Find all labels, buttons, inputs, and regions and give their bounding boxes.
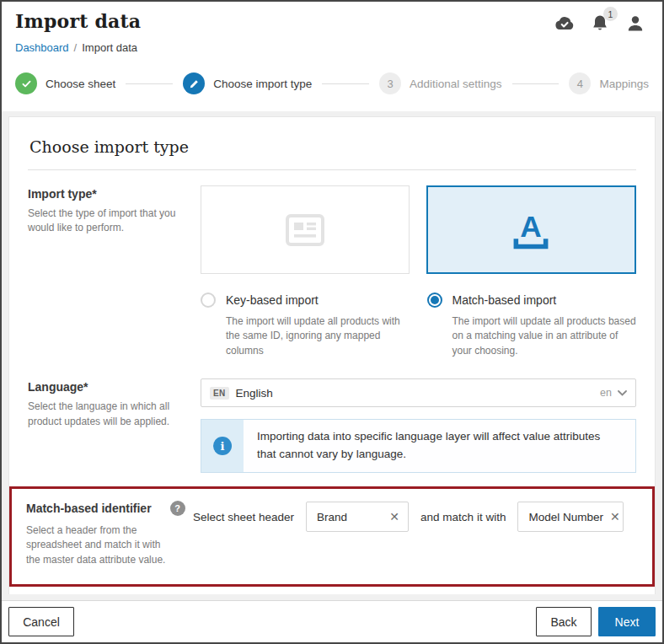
- step-choose-import-type[interactable]: Choose import type: [183, 72, 312, 94]
- key-based-import-option: Key-based import The import will update …: [201, 292, 410, 358]
- card-heading: Choose import type: [28, 132, 636, 170]
- page-title: Import data: [15, 10, 141, 32]
- import-type-row: Import type* Select the type of import t…: [28, 185, 636, 358]
- remove-attribute-icon[interactable]: ✕: [610, 511, 620, 523]
- choose-import-type-card: Choose import type Import type* Select t…: [8, 116, 656, 594]
- step-number: 3: [379, 72, 401, 94]
- import-data-page: Import data 1 Dashboard/Import data: [2, 2, 662, 642]
- import-type-description: Select the type of import that you would…: [28, 207, 179, 236]
- step-done-check-icon: [15, 72, 37, 94]
- match-based-identifier-section: Match-based identifier ? Select a header…: [9, 486, 655, 587]
- breadcrumb: Dashboard/Import data: [15, 41, 649, 54]
- next-button[interactable]: Next: [598, 607, 656, 636]
- attribute-value: Model Number: [528, 511, 603, 523]
- match-connector-label: and match it with: [420, 511, 506, 523]
- match-based-import-tile[interactable]: A: [426, 185, 637, 274]
- key-based-import-radio[interactable]: [201, 292, 216, 308]
- key-based-import-description: The import will update all products with…: [226, 314, 410, 358]
- help-icon[interactable]: ?: [170, 501, 185, 516]
- step-label: Mappings: [599, 78, 649, 90]
- language-label: Language*: [28, 380, 201, 394]
- language-info-message: Importing data into specific language la…: [244, 420, 635, 472]
- match-based-import-name[interactable]: Match-based import: [452, 293, 557, 307]
- step-active-pencil-icon: [183, 72, 205, 94]
- remove-sheet-header-icon[interactable]: ✕: [389, 511, 399, 523]
- match-based-import-description: The import will update all products base…: [452, 314, 637, 358]
- article-icon: [285, 213, 325, 247]
- language-description: Select the language in which all product…: [28, 400, 179, 429]
- language-row: Language* Select the language in which a…: [28, 378, 636, 473]
- info-icon: i: [213, 437, 232, 455]
- user-account-icon[interactable]: [625, 13, 645, 34]
- notification-count-badge: 1: [603, 7, 618, 21]
- key-based-import-name[interactable]: Key-based import: [226, 293, 319, 307]
- svg-text:A: A: [521, 210, 542, 243]
- step-mappings: 4 Mappings: [569, 72, 649, 94]
- key-based-import-tile[interactable]: [201, 185, 410, 274]
- step-label: Choose import type: [213, 78, 312, 90]
- cloud-sync-icon[interactable]: [554, 13, 575, 34]
- back-button[interactable]: Back: [536, 607, 592, 636]
- sheet-header-chip[interactable]: Brand ✕: [306, 502, 409, 532]
- wizard-stepper: Choose sheet Choose import type 3 Additi…: [2, 62, 662, 111]
- import-type-label: Import type*: [28, 187, 201, 201]
- step-connector: [512, 83, 560, 84]
- language-flag-badge: EN: [210, 387, 229, 400]
- step-choose-sheet[interactable]: Choose sheet: [15, 72, 115, 94]
- step-connector: [322, 83, 369, 84]
- sheet-header-label: Select sheet header: [193, 511, 294, 523]
- step-additional-settings: 3 Additional settings: [379, 72, 502, 94]
- step-label: Choose sheet: [46, 78, 115, 90]
- wizard-footer: Cancel Back Next: [2, 600, 662, 642]
- letter-a-bracket-icon: A: [506, 208, 556, 252]
- chevron-down-icon: [618, 390, 627, 396]
- language-select[interactable]: EN English en: [201, 378, 636, 407]
- language-selected-name: English: [236, 387, 273, 400]
- notifications-bell-icon[interactable]: 1: [590, 13, 610, 34]
- cancel-button[interactable]: Cancel: [8, 607, 74, 636]
- match-based-import-option: Match-based import The import will updat…: [427, 292, 637, 358]
- content-section: Choose import type Import type* Select t…: [2, 111, 662, 600]
- breadcrumb-separator: /: [74, 41, 78, 54]
- attribute-chip[interactable]: Model Number ✕: [517, 502, 624, 532]
- breadcrumb-dashboard-link[interactable]: Dashboard: [15, 41, 69, 54]
- step-number: 4: [569, 72, 591, 94]
- match-identifier-description: Select a header from the spreadsheet and…: [26, 523, 174, 567]
- page-header: Import data 1 Dashboard/Import data: [2, 2, 662, 62]
- language-selected-code: en: [600, 387, 612, 399]
- match-identifier-label: Match-based identifier: [26, 502, 152, 515]
- match-based-import-radio[interactable]: [427, 292, 442, 308]
- language-info-box: i Importing data into specific language …: [201, 419, 636, 473]
- breadcrumb-current: Import data: [82, 41, 137, 54]
- step-label: Additional settings: [410, 78, 502, 90]
- step-connector: [126, 83, 173, 84]
- sheet-header-value: Brand: [317, 511, 347, 523]
